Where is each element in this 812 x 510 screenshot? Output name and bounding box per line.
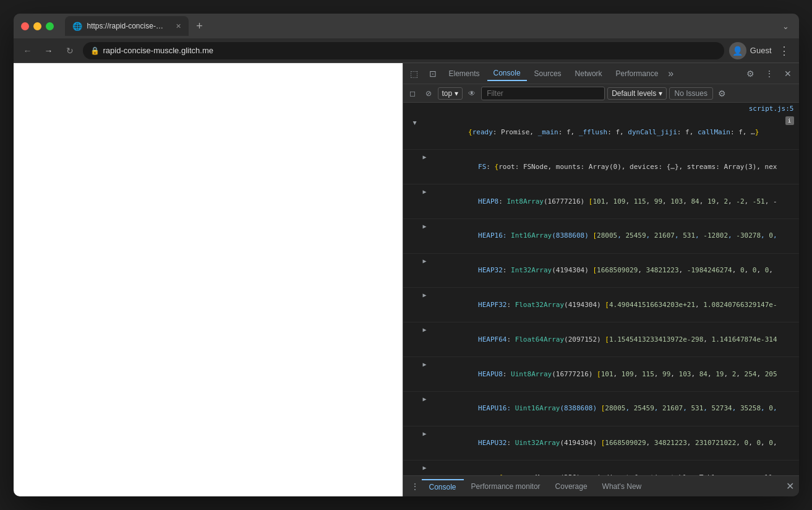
profile-name: Guest: [750, 46, 772, 55]
inspect-element-icon[interactable]: ⬚: [406, 65, 423, 82]
devtools-panel: ⬚ ⊡ Elements Console Sources Network Per…: [403, 63, 799, 496]
expand-arrow-icon[interactable]: ▶: [423, 256, 427, 266]
expand-arrow-icon[interactable]: ▶: [423, 360, 427, 370]
console-settings-icon[interactable]: ⚙: [718, 89, 726, 98]
context-chevron-icon: ▾: [455, 89, 458, 98]
console-line: ▶ HEAP8: Int8Array(16777216) [101, 109, …: [403, 184, 799, 219]
back-button[interactable]: ←: [20, 43, 36, 59]
level-selector[interactable]: Default levels ▾: [607, 87, 666, 100]
tab-title: https://rapid-concise-muscle.g...: [87, 22, 168, 30]
profile-area: 👤 Guest ⋮: [729, 42, 793, 59]
tab-elements[interactable]: Elements: [443, 67, 486, 80]
address-input-wrapper: 🔒 rapid-concise-muscle.glitch.me: [83, 42, 724, 59]
traffic-lights: [21, 22, 54, 30]
expand-arrow-icon[interactable]: ▶: [423, 325, 427, 335]
close-devtools-icon[interactable]: ✕: [779, 65, 797, 82]
browser-window: 🌐 https://rapid-concise-muscle.g... ✕ + …: [14, 14, 799, 496]
level-label: Default levels: [612, 89, 656, 98]
device-toolbar-icon[interactable]: ⊡: [424, 65, 442, 82]
script-link[interactable]: script.js:5: [403, 103, 799, 116]
tab-performance[interactable]: Performance: [610, 67, 665, 80]
context-selector[interactable]: top ▾: [438, 87, 463, 100]
line-content: HEAPU32: Uint32Array(4194304) [166850902…: [429, 427, 794, 460]
expand-arrow-icon[interactable]: ▶: [423, 290, 427, 300]
console-line: ▶ HEAP16: Int16Array(8388608) [28005, 25…: [403, 219, 799, 254]
forward-button[interactable]: →: [41, 43, 57, 59]
console-output[interactable]: script.js:5 ▶ {ready: Promise, _main: f,…: [403, 103, 799, 475]
tag-icon: i: [785, 116, 794, 125]
title-bar: 🌐 https://rapid-concise-muscle.g... ✕ + …: [14, 14, 799, 38]
console-line: ▶ asm: {memory: Memory(256), __indirect_…: [403, 460, 799, 475]
address-bar: ← → ↻ 🔒 rapid-concise-muscle.glitch.me 👤…: [14, 38, 799, 63]
filter-input[interactable]: [481, 87, 605, 100]
bottom-tab-coverage[interactable]: Coverage: [548, 480, 595, 493]
bottom-tab-whats-new[interactable]: What's New: [595, 480, 649, 493]
expand-arrow-icon[interactable]: ▶: [410, 121, 420, 124]
close-button[interactable]: [21, 22, 29, 30]
more-tabs-button[interactable]: »: [665, 68, 676, 79]
expand-arrow-icon[interactable]: ▶: [423, 222, 427, 231]
window-controls: ⌄: [782, 22, 792, 31]
line-content: HEAP16: Int16Array(8388608) [28005, 2545…: [429, 220, 794, 253]
tab-favicon: 🌐: [72, 22, 82, 31]
console-line: ▶ {ready: Promise, _main: f, _fflush: f,…: [403, 116, 799, 150]
expand-arrow-icon[interactable]: ▶: [423, 152, 427, 162]
devtools-toolbar: ◻ ⊘ top ▾ 👁 Default levels ▾ No Issues ⚙: [403, 84, 799, 103]
expand-arrow-icon[interactable]: ▶: [423, 394, 427, 404]
line-content: HEAPU8: Uint8Array(16777216) [101, 109, …: [429, 358, 794, 391]
line-content: FS: {root: FSNode, mounts: Array(0), dev…: [429, 150, 794, 183]
line-content: asm: {memory: Memory(256), __indirect_fu…: [429, 461, 794, 475]
tab-console[interactable]: Console: [487, 66, 527, 81]
tab-close-icon[interactable]: ✕: [176, 22, 181, 30]
line-content: HEAPF32: Float32Array(4194304) [4.490441…: [429, 288, 794, 321]
console-line: ▶ HEAPU32: Uint32Array(4194304) [1668509…: [403, 426, 799, 461]
browser-more-button[interactable]: ⋮: [776, 42, 793, 59]
line-content: HEAPF64: Float64Array(2097152) [1.154541…: [429, 323, 794, 356]
main-content: ⬚ ⊡ Elements Console Sources Network Per…: [14, 63, 799, 496]
tab-network[interactable]: Network: [569, 67, 609, 80]
console-line: ▶ HEAPF32: Float32Array(4194304) [4.4904…: [403, 288, 799, 322]
page-area: [14, 63, 403, 496]
line-content: HEAP32: Int32Array(4194304) [1668509029,…: [429, 254, 794, 287]
console-line: ▶ HEAPU16: Uint16Array(8388608) [28005, …: [403, 392, 799, 426]
expand-arrow-icon[interactable]: ▶: [423, 463, 427, 473]
bottom-tab-performance-monitor[interactable]: Performance monitor: [464, 480, 548, 493]
line-content: HEAPU16: Uint16Array(8388608) [28005, 25…: [429, 392, 794, 425]
console-line: ▶ HEAPU8: Uint8Array(16777216) [101, 109…: [403, 357, 799, 392]
devtools-more-icon[interactable]: ⋮: [761, 65, 778, 82]
no-issues-badge: No Issues: [669, 87, 713, 100]
devtools-header-right: ⚙ ⋮ ✕: [742, 65, 797, 82]
settings-icon[interactable]: ⚙: [742, 65, 759, 82]
expand-arrow-icon[interactable]: ▶: [423, 429, 427, 439]
clear-console-icon[interactable]: ⊘: [422, 87, 435, 100]
minimize-button[interactable]: [33, 22, 41, 30]
console-line: ▶ HEAP32: Int32Array(4194304) [166850902…: [403, 254, 799, 288]
reload-button[interactable]: ↻: [62, 43, 78, 59]
tab-sources[interactable]: Sources: [528, 67, 568, 80]
maximize-button[interactable]: [46, 22, 54, 30]
console-panel-icon[interactable]: ◻: [406, 87, 419, 100]
line-content: HEAP8: Int8Array(16777216) [101, 109, 11…: [429, 185, 794, 218]
level-chevron-icon: ▾: [659, 89, 662, 98]
devtools-bottom-bar: ⋮ Console Performance monitor Coverage W…: [403, 475, 799, 496]
console-line: ▶ FS: {root: FSNode, mounts: Array(0), d…: [403, 150, 799, 184]
profile-avatar[interactable]: 👤: [729, 42, 746, 59]
address-text: rapid-concise-muscle.glitch.me: [103, 46, 717, 55]
lock-icon: 🔒: [90, 46, 100, 55]
console-line: ▶ HEAPF64: Float64Array(2097152) [1.1545…: [403, 322, 799, 357]
new-tab-button[interactable]: +: [191, 17, 208, 35]
bottom-more-icon[interactable]: ⋮: [408, 479, 422, 494]
devtools-header: ⬚ ⊡ Elements Console Sources Network Per…: [403, 63, 799, 84]
bottom-tab-console[interactable]: Console: [422, 479, 464, 494]
line-content: {ready: Promise, _main: f, _fflush: f, d…: [419, 116, 783, 149]
close-bottom-panel-icon[interactable]: ✕: [786, 480, 794, 492]
context-label: top: [442, 89, 453, 98]
eye-icon[interactable]: 👁: [465, 87, 479, 100]
browser-tab[interactable]: 🌐 https://rapid-concise-muscle.g... ✕: [65, 16, 189, 36]
expand-arrow-icon[interactable]: ▶: [423, 187, 427, 197]
tab-area: 🌐 https://rapid-concise-muscle.g... ✕ +: [65, 16, 777, 36]
